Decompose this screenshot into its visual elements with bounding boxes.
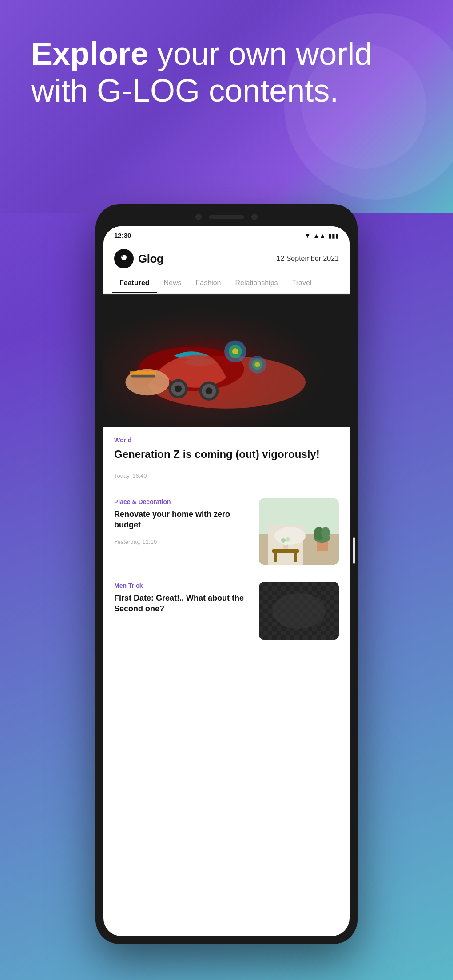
- article-men-trick: Men Trick First Date: Great!.. What abou…: [103, 572, 350, 640]
- article-2-timestamp: Yesterday, 12:10: [114, 535, 252, 545]
- article-3-content: Men Trick First Date: Great!.. What abou…: [114, 582, 252, 619]
- svg-point-18: [254, 362, 260, 367]
- wifi-icon: ▼: [304, 232, 310, 239]
- article-world: World Generation Z is coming (out) vigor…: [103, 427, 350, 488]
- app-header: Glog 12 September 2021: [103, 243, 350, 273]
- tab-news[interactable]: News: [157, 273, 189, 294]
- phone-camera: [195, 214, 202, 220]
- signal-icon: ▲▲: [313, 232, 326, 239]
- logo-icon: [114, 249, 134, 268]
- hero-title: Explore your own world with G-LOG conten…: [31, 35, 422, 109]
- phone-screen: 12:30 ▼ ▲▲ ▮▮▮: [103, 226, 350, 936]
- phone-top-bar: [103, 212, 350, 222]
- status-time: 12:30: [114, 232, 131, 239]
- svg-point-35: [281, 538, 286, 543]
- svg-rect-32: [294, 553, 297, 562]
- article-2-category: Place & Decoration: [114, 498, 252, 505]
- article-decoration-wrapper: Place & Decoration Renovate your home wi…: [103, 488, 350, 572]
- hero-title-bold: Explore: [31, 36, 148, 71]
- article-3-image: [259, 582, 339, 640]
- phone-mockup: 12:30 ▼ ▲▲ ▮▮▮: [95, 204, 358, 944]
- svg-point-29: [321, 527, 330, 539]
- featured-hero-image: [103, 294, 350, 427]
- tab-featured[interactable]: Featured: [112, 273, 157, 294]
- hero-section: Explore your own world with G-LOG conten…: [0, 0, 453, 213]
- svg-point-42: [272, 593, 326, 629]
- article-1-category: World: [114, 437, 339, 444]
- svg-rect-31: [274, 553, 277, 562]
- tab-bar: Featured News Fashion Relationships Trav…: [103, 273, 350, 294]
- article-1-title[interactable]: Generation Z is coming (out) vigorously!: [114, 447, 339, 461]
- article-3-title[interactable]: First Date: Great!.. What about the Seco…: [114, 593, 252, 614]
- app-logo: Glog: [114, 249, 163, 268]
- tab-relationships[interactable]: Relationships: [228, 273, 285, 294]
- phone-container: 12:30 ▼ ▲▲ ▮▮▮: [0, 204, 453, 971]
- phone-speaker: [209, 215, 244, 219]
- svg-point-15: [232, 348, 238, 354]
- tab-fashion[interactable]: Fashion: [189, 273, 228, 294]
- article-2-content: Place & Decoration Renovate your home wi…: [114, 498, 252, 545]
- svg-point-9: [175, 385, 182, 392]
- svg-point-12: [206, 387, 213, 394]
- article-2-image: [259, 498, 339, 565]
- status-bar: 12:30 ▼ ▲▲ ▮▮▮: [103, 226, 350, 243]
- article-2-img-visual: [259, 498, 339, 565]
- svg-rect-2: [121, 260, 127, 260]
- tab-travel[interactable]: Travel: [285, 273, 319, 294]
- svg-point-25: [274, 527, 306, 545]
- scroll-indicator: [353, 537, 355, 564]
- status-icons: ▼ ▲▲ ▮▮▮: [304, 232, 339, 239]
- article-men-trick-wrapper: Men Trick First Date: Great!.. What abou…: [103, 572, 350, 640]
- svg-rect-21: [131, 375, 155, 378]
- article-2-title[interactable]: Renovate your home with zero budget: [114, 509, 252, 531]
- svg-point-36: [286, 537, 290, 542]
- battery-icon: ▮▮▮: [328, 232, 339, 239]
- phone-sensor: [251, 214, 258, 220]
- logo-text: Glog: [138, 252, 163, 266]
- article-1-timestamp: Today, 16:40: [114, 466, 339, 488]
- svg-point-3: [121, 255, 123, 257]
- svg-rect-30: [272, 549, 299, 553]
- skate-image: [103, 294, 350, 427]
- article-3-img-visual: [259, 582, 339, 640]
- article-3-category: Men Trick: [114, 582, 252, 589]
- header-date: 12 September 2021: [276, 255, 339, 263]
- article-decoration: Place & Decoration Renovate your home wi…: [103, 488, 350, 565]
